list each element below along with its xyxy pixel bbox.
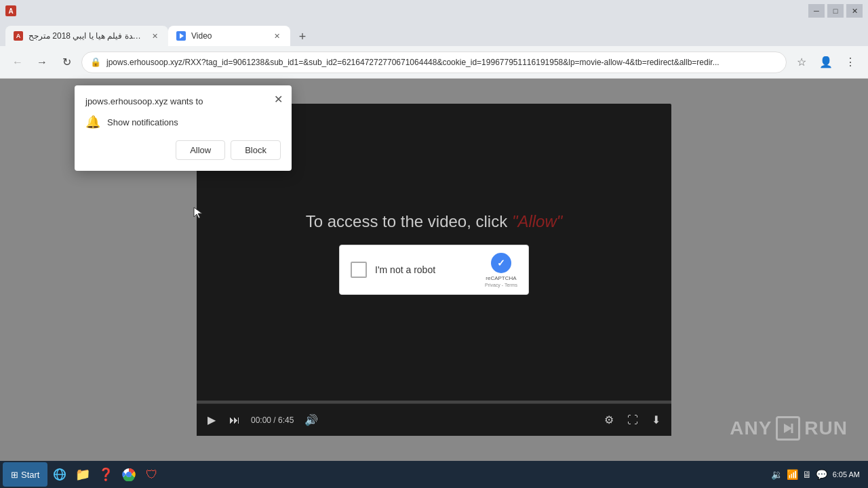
- video-controls: ▶ ⏭ 00:00 / 6:45 🔊 ⚙ ⛶ ⬇: [197, 403, 671, 436]
- anyrun-text-left: ANY: [730, 418, 772, 439]
- time-display: 00:00 / 6:45: [251, 415, 294, 425]
- taskbar-help-icon[interactable]: ❓: [95, 464, 117, 485]
- tab-2-favicon: [176, 31, 186, 41]
- bell-icon: 🔔: [85, 115, 100, 129]
- clock-time: 6:05 AM: [833, 470, 860, 479]
- tab-1-title: مشاهدة فيلم هيا يا ايبي 2018 مترجح: [28, 31, 144, 41]
- notification-popup: ✕ jpows.erhousoop.xyz wants to 🔔 Show no…: [75, 85, 292, 171]
- close-button[interactable]: ✕: [846, 4, 863, 18]
- skip-button[interactable]: ⏭: [226, 411, 243, 429]
- url-text: jpows.erhousoop.xyz/RXX?tag_id=9061238&s…: [106, 58, 778, 67]
- maximize-button[interactable]: □: [827, 4, 844, 18]
- url-bar[interactable]: 🔒 jpows.erhousoop.xyz/RXX?tag_id=9061238…: [81, 52, 787, 73]
- play-button[interactable]: ▶: [205, 411, 218, 429]
- video-access-text: To access to the video, click "Allow": [306, 212, 563, 231]
- tray-icons: 🔉 📶 🖥 💬: [771, 469, 827, 480]
- fullscreen-button[interactable]: ⛶: [625, 411, 641, 429]
- captcha-label: I'm not a robot: [375, 264, 477, 275]
- video-text-main: To access to the video, click: [306, 212, 507, 230]
- block-button[interactable]: Block: [231, 140, 281, 160]
- captcha-logo-area: ✓ reCAPTCHA Privacy - Terms: [485, 252, 517, 287]
- system-tray: 🔉 📶 🖥 💬 6:05 AM: [766, 469, 865, 480]
- captcha-checkbox[interactable]: [351, 262, 367, 278]
- recaptcha-label: reCAPTCHA: [486, 275, 516, 281]
- recaptcha-logo-icon: ✓: [490, 252, 512, 274]
- video-progress-bar-bg[interactable]: [197, 401, 671, 403]
- tray-message-icon[interactable]: 💬: [816, 469, 827, 480]
- forward-button[interactable]: →: [33, 53, 52, 72]
- account-button[interactable]: 👤: [816, 53, 835, 72]
- popup-title: jpows.erhousoop.xyz wants to: [85, 96, 281, 106]
- svg-marker-5: [784, 424, 792, 433]
- back-button[interactable]: ←: [8, 53, 27, 72]
- system-clock[interactable]: 6:05 AM: [833, 470, 860, 479]
- video-allow-text: "Allow": [512, 212, 562, 230]
- svg-point-12: [127, 472, 132, 477]
- anyrun-text-right: RUN: [804, 418, 848, 439]
- browser-frame: A ─ □ ✕ A مشاهدة فيلم هيا يا ايبي 2018 م…: [0, 0, 868, 488]
- address-bar: ← → ↻ 🔒 jpows.erhousoop.xyz/RXX?tag_id=9…: [0, 46, 868, 79]
- popup-notification-row: 🔔 Show notifications: [85, 115, 281, 129]
- taskbar: ⊞ Start 📁 ❓ 🛡 🔉 📶 🖥: [0, 461, 868, 488]
- notification-label: Show notifications: [107, 117, 178, 127]
- tray-network-icon[interactable]: 📶: [787, 469, 798, 480]
- new-tab-button[interactable]: +: [293, 27, 312, 46]
- windows-icon: ⊞: [11, 470, 18, 480]
- tab-1-favicon: A: [14, 31, 23, 41]
- allow-button[interactable]: Allow: [176, 140, 225, 160]
- reload-button[interactable]: ↻: [57, 53, 76, 72]
- taskbar-shield-icon[interactable]: 🛡: [141, 464, 163, 485]
- menu-button[interactable]: ⋮: [841, 53, 860, 72]
- captcha-widget[interactable]: I'm not a robot ✓ reCAPTCHA Privacy - Te…: [339, 245, 529, 295]
- tab-2[interactable]: Video ✕: [168, 26, 290, 46]
- start-label: Start: [21, 470, 39, 480]
- popup-close-button[interactable]: ✕: [270, 91, 286, 107]
- svg-text:✓: ✓: [497, 258, 505, 268]
- tab-2-title: Video: [191, 31, 266, 41]
- tab-2-close[interactable]: ✕: [271, 30, 282, 41]
- taskbar-chrome-icon[interactable]: [118, 464, 140, 485]
- tray-volume-icon[interactable]: 🔉: [771, 469, 783, 480]
- start-button[interactable]: ⊞ Start: [3, 462, 47, 487]
- lock-icon: 🔒: [90, 57, 101, 67]
- anyrun-watermark: ANY RUN: [730, 416, 848, 441]
- tab-1[interactable]: A مشاهدة فيلم هيا يا ايبي 2018 مترجح ✕: [5, 26, 168, 46]
- browser-logo: A: [5, 5, 16, 16]
- taskbar-folder-icon[interactable]: 📁: [72, 464, 94, 485]
- taskbar-ie-icon[interactable]: [49, 464, 71, 485]
- popup-buttons: Allow Block: [85, 140, 281, 160]
- settings-button[interactable]: ⚙: [601, 411, 616, 429]
- anyrun-play-icon: [776, 416, 800, 441]
- recaptcha-privacy: Privacy - Terms: [485, 283, 517, 287]
- page-content: ✕ jpows.erhousoop.xyz wants to 🔔 Show no…: [0, 79, 868, 461]
- minimize-button[interactable]: ─: [808, 4, 825, 18]
- bookmark-button[interactable]: ☆: [792, 53, 811, 72]
- window-controls: ─ □ ✕: [808, 4, 863, 18]
- download-button[interactable]: ⬇: [649, 411, 663, 429]
- tab-bar: A مشاهدة فيلم هيا يا ايبي 2018 مترجح ✕ V…: [0, 22, 868, 46]
- volume-button[interactable]: 🔊: [302, 411, 321, 429]
- tab-1-close[interactable]: ✕: [149, 30, 160, 41]
- tray-display-icon[interactable]: 🖥: [802, 469, 812, 480]
- title-bar: A ─ □ ✕: [0, 0, 868, 22]
